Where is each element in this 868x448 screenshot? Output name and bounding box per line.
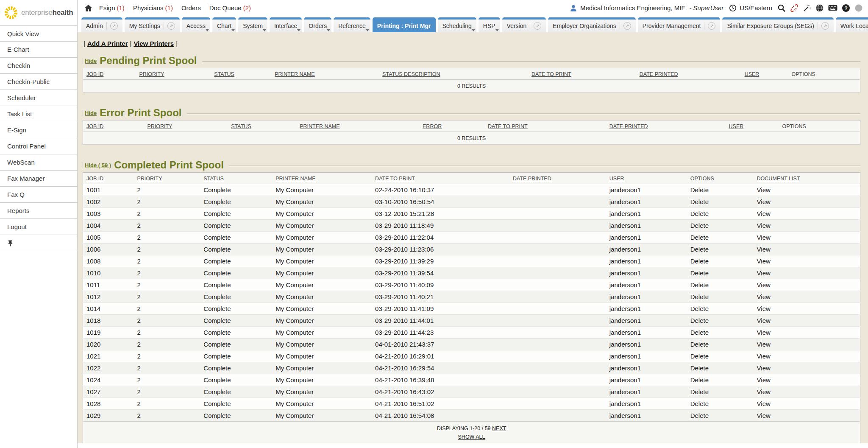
column-header-status[interactable]: STATUS xyxy=(200,173,272,184)
delete-link[interactable]: Delete xyxy=(690,388,709,395)
sort-link[interactable]: JOB ID xyxy=(86,176,103,182)
completed-hide-link[interactable]: Hide ( 59 ) xyxy=(83,162,111,168)
delete-link[interactable]: Delete xyxy=(690,281,709,288)
tab-my-settings[interactable]: My Settings↗ xyxy=(125,17,180,32)
view-link[interactable]: View xyxy=(757,376,771,384)
tab-hsp[interactable]: HSP xyxy=(479,17,500,32)
sort-link[interactable]: JOB ID xyxy=(86,71,103,77)
view-link[interactable]: View xyxy=(757,388,771,395)
column-header-status[interactable]: STATUS xyxy=(211,68,271,80)
view-link[interactable]: View xyxy=(757,222,771,229)
menu-item-orders[interactable]: Orders xyxy=(181,4,201,11)
column-header-priority[interactable]: PRIORITY xyxy=(136,68,211,80)
column-header-user[interactable]: USER xyxy=(606,173,687,184)
sort-link[interactable]: PRINTER NAME xyxy=(275,71,314,77)
tab-scheduling[interactable]: Scheduling xyxy=(438,17,476,32)
sort-link[interactable]: PRIORITY xyxy=(147,123,172,129)
delete-link[interactable]: Delete xyxy=(690,293,709,300)
sidebar-pin-item[interactable] xyxy=(0,235,77,251)
show-all-link[interactable]: SHOW ALL xyxy=(458,434,485,440)
view-link[interactable]: View xyxy=(757,258,771,265)
tab-chart[interactable]: Chart xyxy=(212,17,236,32)
delete-link[interactable]: Delete xyxy=(690,258,709,265)
sidebar-item-e-chart[interactable]: E-Chart xyxy=(0,42,77,58)
sort-link[interactable]: PRIORITY xyxy=(137,176,162,182)
tab-work-locations[interactable]: Work Locations↗ xyxy=(836,17,868,32)
view-link[interactable]: View xyxy=(757,353,771,360)
view-link[interactable]: View xyxy=(757,234,771,241)
column-header-date-to-print[interactable]: DATE TO PRINT xyxy=(372,173,509,184)
view-link[interactable]: View xyxy=(757,269,771,277)
sidebar-item-checkin-public[interactable]: Checkin-Public xyxy=(0,74,77,90)
view-link[interactable]: View xyxy=(757,341,771,348)
clock-icon[interactable] xyxy=(729,4,737,12)
sidebar-item-checkin[interactable]: Checkin xyxy=(0,58,77,74)
view-link[interactable]: View xyxy=(757,198,771,205)
delete-link[interactable]: Delete xyxy=(690,329,709,336)
delete-link[interactable]: Delete xyxy=(690,364,709,372)
delete-link[interactable]: Delete xyxy=(690,198,709,205)
sidebar-item-fax-manager[interactable]: Fax Manager xyxy=(0,171,77,187)
sort-link[interactable]: STATUS xyxy=(231,123,251,129)
column-header-priority[interactable]: PRIORITY xyxy=(144,120,228,132)
sort-link[interactable]: DATE TO PRINT xyxy=(488,123,528,129)
globe-icon[interactable] xyxy=(815,4,824,12)
view-link[interactable]: View xyxy=(757,317,771,324)
view-link[interactable]: View xyxy=(757,210,771,217)
delete-link[interactable]: Delete xyxy=(690,305,709,312)
popout-icon[interactable]: ↗ xyxy=(106,22,118,30)
delete-link[interactable]: Delete xyxy=(690,341,709,348)
tab-similar-exposure-groups-segs[interactable]: Similar Exposure Groups (SEGs)↗ xyxy=(722,17,833,32)
popout-icon[interactable]: ↗ xyxy=(704,22,715,30)
sort-link[interactable]: PRINTER NAME xyxy=(275,176,315,182)
sort-link[interactable]: USER xyxy=(729,123,744,129)
sort-link[interactable]: DATE TO PRINT xyxy=(531,71,571,77)
delete-link[interactable]: Delete xyxy=(690,412,709,419)
column-header-error[interactable]: ERROR xyxy=(419,120,484,132)
delete-link[interactable]: Delete xyxy=(690,234,709,241)
column-header-printer-name[interactable]: PRINTER NAME xyxy=(271,68,379,80)
view-link[interactable]: View xyxy=(757,400,771,407)
delete-link[interactable]: Delete xyxy=(690,400,709,407)
column-header-job-id[interactable]: JOB ID xyxy=(83,68,136,80)
column-header-job-id[interactable]: JOB ID xyxy=(83,173,134,184)
column-header-date-to-print[interactable]: DATE TO PRINT xyxy=(484,120,606,132)
sort-link[interactable]: STATUS xyxy=(214,71,234,77)
sidebar-item-logout[interactable]: Logout xyxy=(0,219,77,235)
column-header-date-printed[interactable]: DATE PRINTED xyxy=(606,120,726,132)
column-header-status[interactable]: STATUS xyxy=(228,120,296,132)
tab-admin[interactable]: Admin↗ xyxy=(81,17,122,32)
sort-link[interactable]: DATE PRINTED xyxy=(513,176,551,182)
column-header-job-id[interactable]: JOB ID xyxy=(83,120,144,132)
popout-icon[interactable]: ↗ xyxy=(818,22,829,30)
column-header-date-to-print[interactable]: DATE TO PRINT xyxy=(528,68,636,80)
tab-reference[interactable]: Reference xyxy=(334,17,370,32)
tab-provider-management[interactable]: Provider Management↗ xyxy=(638,17,721,32)
tab-version[interactable]: Version↗ xyxy=(502,17,546,32)
popout-icon[interactable]: ↗ xyxy=(530,22,541,30)
sidebar-item-scheduler[interactable]: Scheduler xyxy=(0,90,77,106)
column-header-priority[interactable]: PRIORITY xyxy=(134,173,200,184)
sort-link[interactable]: DOCUMENT LIST xyxy=(757,176,800,182)
sidebar-item-webscan[interactable]: WebScan xyxy=(0,154,77,171)
view-printers-link[interactable]: View Printers xyxy=(134,40,174,47)
sort-link[interactable]: DATE PRINTED xyxy=(640,71,678,77)
tab-interface[interactable]: Interface xyxy=(270,17,302,32)
view-link[interactable]: View xyxy=(757,186,771,193)
sidebar-item-fax-q[interactable]: Fax Q xyxy=(0,187,77,203)
next-page-link[interactable]: NEXT xyxy=(492,426,506,431)
error-hide-link[interactable]: Hide xyxy=(83,110,97,116)
tab-employer-organizations[interactable]: Employer Organizations↗ xyxy=(548,17,635,32)
menu-item-esign[interactable]: Esign(1) xyxy=(99,4,125,11)
column-header-user[interactable]: USER xyxy=(726,120,779,132)
view-link[interactable]: View xyxy=(757,293,771,300)
sidebar-item-control-panel[interactable]: Control Panel xyxy=(0,138,77,154)
keyboard-icon[interactable] xyxy=(828,4,837,11)
column-header-document-list[interactable]: DOCUMENT LIST xyxy=(754,173,860,184)
tab-printing-print-mgr[interactable]: Printing : Print Mgr xyxy=(373,17,436,32)
view-link[interactable]: View xyxy=(757,281,771,288)
sort-link[interactable]: JOB ID xyxy=(86,123,103,129)
sort-link[interactable]: ERROR xyxy=(423,123,442,129)
wand-icon[interactable] xyxy=(803,4,811,12)
delete-link[interactable]: Delete xyxy=(690,246,709,253)
